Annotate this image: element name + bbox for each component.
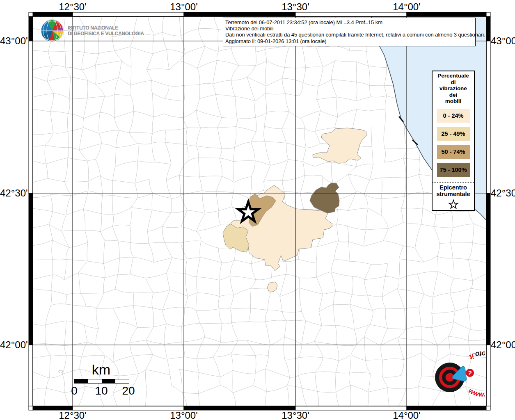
legend-swatch-75-100: 75 - 100% <box>437 163 470 177</box>
legend-label-0-24: 0 - 24% <box>443 112 464 119</box>
legend-label-25-49: 25 - 49% <box>441 130 465 137</box>
legend-label-75-100: 75 - 100% <box>439 167 467 173</box>
legend-swatch-50-74: 50 - 74% <box>437 145 470 159</box>
scale-bar: km 0 10 20 <box>73 363 129 397</box>
legend-epicenter-caption: Epicentro strumentale <box>433 184 474 198</box>
municipality-0-24% <box>313 128 366 163</box>
info-line-maptype: Vibrazione dei mobili <box>225 25 473 32</box>
scale-bar-graphic <box>74 379 129 383</box>
legend-divider <box>433 182 474 183</box>
legend-swatch-25-49: 25 - 49% <box>437 127 470 141</box>
legend-box: Percentuale di vibrazione dei mobili 0 -… <box>432 71 475 211</box>
page: { "axes": { "top": ["12°30'", "13°00'", … <box>0 0 515 420</box>
scale-unit-label: km <box>73 363 129 377</box>
ingv-globe-icon <box>40 19 64 43</box>
scale-tick-labels: 0 10 20 <box>73 384 129 397</box>
municipality-0-24% <box>267 282 277 292</box>
legend-title: Percentuale di vibrazione dei mobili <box>433 73 474 105</box>
earthquake-info-box: Terremoto del 06-07-2011 23:34:52 (ora l… <box>223 18 476 46</box>
ingv-name-line2: DI GEOFISICA E VULCANOLOGIA <box>68 31 144 37</box>
haisentitoilterremoto-logo: ? www.haisentitoilterremoto.it <box>419 346 485 410</box>
ingv-logo: ISTITUTO NAZIONALE DI GEOFISICA E VULCAN… <box>40 19 152 43</box>
legend-swatch-0-24: 0 - 24% <box>437 109 470 123</box>
legend-label-50-74: 50 - 74% <box>441 148 465 155</box>
info-line-event: Terremoto del 06-07-2011 23:34:52 (ora l… <box>225 19 473 25</box>
info-line-datasource: Dati non verificati estratti da 45 quest… <box>225 32 473 38</box>
ingv-name-line1: ISTITUTO NAZIONALE <box>68 25 144 31</box>
info-line-updated: Aggiornato il: 09-01-2026 13:01 (ora loc… <box>225 38 473 44</box>
epicenter-star-icon <box>448 199 459 210</box>
municipality-75-100% <box>310 183 339 213</box>
